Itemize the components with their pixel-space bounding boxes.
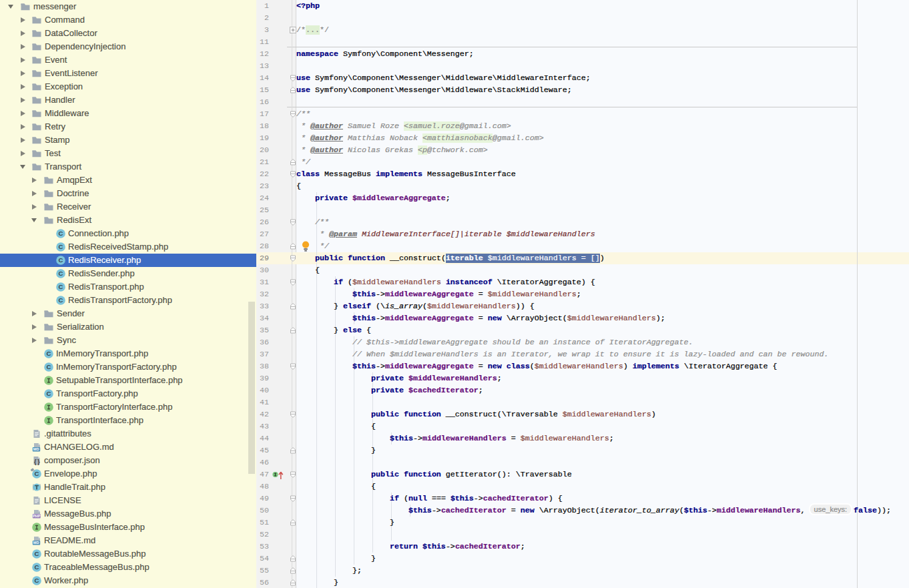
svg-text:PHP: PHP — [33, 514, 40, 518]
svg-text:C: C — [59, 230, 63, 237]
svg-text:C: C — [59, 270, 63, 277]
svg-text:C: C — [59, 256, 63, 264]
svg-text:C: C — [59, 296, 63, 304]
svg-text:C: C — [35, 550, 39, 557]
svg-text:C: C — [35, 577, 39, 584]
svg-text:MD: MD — [33, 541, 39, 545]
svg-text:{}: {} — [34, 458, 40, 465]
svg-text:C: C — [47, 350, 51, 357]
svg-text:C: C — [59, 243, 63, 250]
svg-text:C: C — [47, 390, 51, 397]
svg-text:C: C — [59, 283, 63, 290]
svg-text:C: C — [47, 363, 51, 370]
svg-text:C: C — [35, 563, 39, 571]
svg-text:MD: MD — [33, 447, 39, 451]
